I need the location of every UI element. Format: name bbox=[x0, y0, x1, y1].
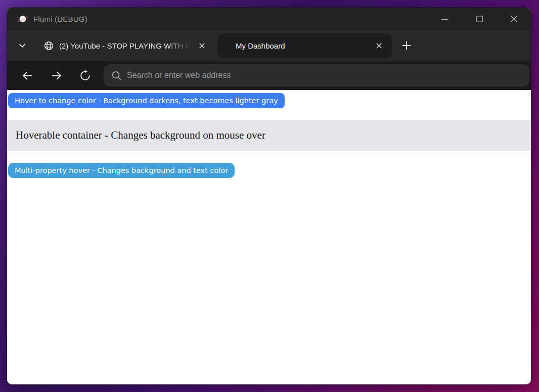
planet-icon bbox=[17, 14, 28, 25]
globe-icon bbox=[43, 40, 54, 51]
new-tab-button[interactable] bbox=[398, 37, 415, 54]
search-input[interactable] bbox=[127, 71, 522, 80]
titlebar[interactable]: Flumi (DEBUG) bbox=[7, 8, 531, 30]
hoverable-container[interactable]: Hoverable container - Changes background… bbox=[7, 120, 531, 151]
arrow-left-icon bbox=[21, 69, 34, 82]
app-title: Flumi (DEBUG) bbox=[33, 15, 87, 23]
multi-property-hover-button[interactable]: Multi-property hover - Changes backgroun… bbox=[8, 163, 235, 178]
tab-youtube[interactable]: (2) YouTube - STOP PLAYING WITH M bbox=[38, 33, 214, 58]
forward-button[interactable] bbox=[49, 67, 63, 84]
close-icon bbox=[198, 41, 206, 50]
desktop-frame: Flumi (DEBUG) bbox=[0, 0, 539, 392]
arrow-right-icon bbox=[50, 69, 63, 82]
hoverable-container-label: Hoverable container - Changes background… bbox=[16, 129, 265, 142]
tab-bar: (2) YouTube - STOP PLAYING WITH M My Das… bbox=[7, 30, 531, 61]
back-button[interactable] bbox=[20, 67, 34, 84]
minimize-button[interactable] bbox=[431, 8, 459, 30]
browser-window: Flumi (DEBUG) bbox=[7, 8, 531, 384]
tab-title: My Dashboard bbox=[236, 41, 372, 50]
address-bar[interactable] bbox=[104, 64, 529, 86]
maximize-button[interactable] bbox=[465, 8, 493, 30]
tab-title: (2) YouTube - STOP PLAYING WITH M bbox=[59, 41, 195, 50]
close-button[interactable] bbox=[500, 8, 528, 30]
hover-color-button[interactable]: Hover to change color - Background darke… bbox=[8, 93, 285, 108]
magnifier-icon bbox=[111, 70, 122, 81]
reload-button[interactable] bbox=[78, 67, 92, 84]
tab-dashboard[interactable]: My Dashboard bbox=[217, 33, 392, 58]
navigation-bar bbox=[7, 61, 531, 90]
chevron-down-icon bbox=[17, 40, 28, 51]
tab-close-button[interactable] bbox=[195, 38, 209, 53]
page-content: Hover to change color - Background darke… bbox=[7, 90, 531, 384]
refresh-icon bbox=[79, 69, 92, 82]
tabs-dropdown-button[interactable] bbox=[14, 36, 30, 55]
plus-icon bbox=[400, 39, 413, 52]
close-icon bbox=[375, 41, 383, 50]
tab-close-button[interactable] bbox=[372, 38, 386, 53]
window-controls bbox=[431, 8, 528, 30]
